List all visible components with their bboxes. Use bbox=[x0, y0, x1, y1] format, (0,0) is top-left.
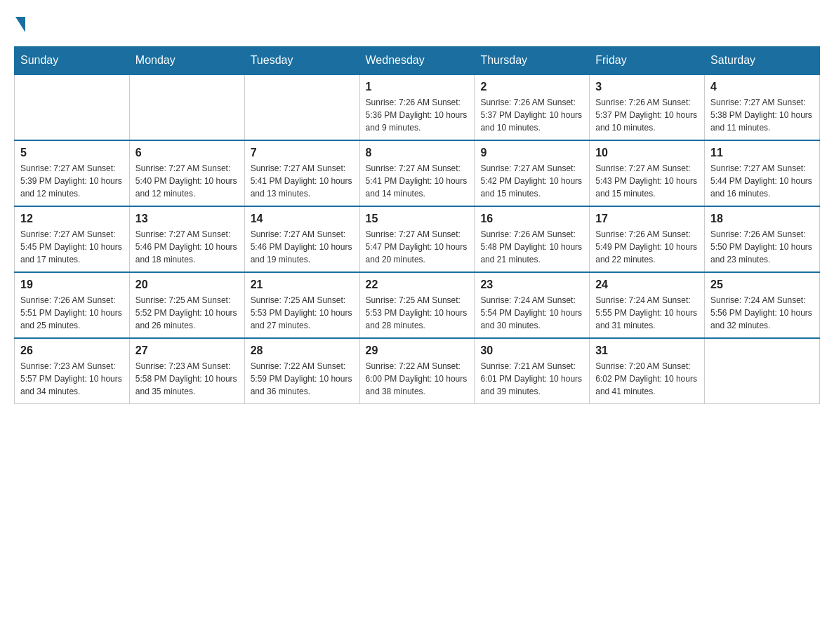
calendar-cell: 14Sunrise: 7:27 AM Sunset: 5:46 PM Dayli… bbox=[244, 206, 359, 272]
day-info: Sunrise: 7:26 AM Sunset: 5:37 PM Dayligh… bbox=[480, 96, 583, 134]
day-number: 17 bbox=[595, 213, 699, 225]
calendar-cell bbox=[15, 74, 130, 140]
day-number: 11 bbox=[710, 147, 814, 159]
column-header-friday: Friday bbox=[590, 47, 705, 75]
calendar-cell: 25Sunrise: 7:24 AM Sunset: 5:56 PM Dayli… bbox=[705, 272, 820, 338]
day-number: 7 bbox=[251, 147, 354, 159]
day-number: 18 bbox=[710, 213, 814, 225]
day-info: Sunrise: 7:25 AM Sunset: 5:52 PM Dayligh… bbox=[135, 294, 239, 332]
day-number: 29 bbox=[366, 344, 469, 357]
calendar-cell: 31Sunrise: 7:20 AM Sunset: 6:02 PM Dayli… bbox=[590, 338, 705, 404]
day-info: Sunrise: 7:26 AM Sunset: 5:51 PM Dayligh… bbox=[20, 294, 124, 332]
day-info: Sunrise: 7:24 AM Sunset: 5:56 PM Dayligh… bbox=[710, 294, 814, 332]
calendar-cell: 3Sunrise: 7:26 AM Sunset: 5:37 PM Daylig… bbox=[590, 74, 705, 140]
calendar-cell: 2Sunrise: 7:26 AM Sunset: 5:37 PM Daylig… bbox=[475, 74, 590, 140]
day-info: Sunrise: 7:22 AM Sunset: 5:59 PM Dayligh… bbox=[251, 360, 354, 398]
day-number: 27 bbox=[135, 344, 239, 357]
calendar-cell: 11Sunrise: 7:27 AM Sunset: 5:44 PM Dayli… bbox=[705, 140, 820, 206]
calendar-cell: 28Sunrise: 7:22 AM Sunset: 5:59 PM Dayli… bbox=[244, 338, 359, 404]
day-number: 19 bbox=[20, 279, 124, 291]
day-info: Sunrise: 7:26 AM Sunset: 5:48 PM Dayligh… bbox=[480, 228, 583, 266]
calendar-cell bbox=[244, 74, 359, 140]
calendar-cell: 6Sunrise: 7:27 AM Sunset: 5:40 PM Daylig… bbox=[129, 140, 244, 206]
calendar-cell: 8Sunrise: 7:27 AM Sunset: 5:41 PM Daylig… bbox=[359, 140, 475, 206]
calendar-cell bbox=[129, 74, 244, 140]
day-number: 20 bbox=[135, 279, 239, 291]
day-info: Sunrise: 7:25 AM Sunset: 5:53 PM Dayligh… bbox=[251, 294, 354, 332]
calendar-cell: 15Sunrise: 7:27 AM Sunset: 5:47 PM Dayli… bbox=[359, 206, 475, 272]
day-info: Sunrise: 7:27 AM Sunset: 5:40 PM Dayligh… bbox=[135, 162, 239, 200]
calendar-cell: 16Sunrise: 7:26 AM Sunset: 5:48 PM Dayli… bbox=[475, 206, 590, 272]
day-info: Sunrise: 7:27 AM Sunset: 5:45 PM Dayligh… bbox=[20, 228, 124, 266]
day-info: Sunrise: 7:27 AM Sunset: 5:41 PM Dayligh… bbox=[366, 162, 469, 200]
column-header-sunday: Sunday bbox=[15, 47, 130, 75]
column-header-saturday: Saturday bbox=[705, 47, 820, 75]
column-header-tuesday: Tuesday bbox=[244, 47, 359, 75]
day-number: 16 bbox=[480, 213, 583, 225]
day-info: Sunrise: 7:27 AM Sunset: 5:39 PM Dayligh… bbox=[20, 162, 124, 200]
day-number: 30 bbox=[480, 344, 583, 357]
day-number: 13 bbox=[135, 213, 239, 225]
calendar-table: SundayMondayTuesdayWednesdayThursdayFrid… bbox=[14, 46, 820, 404]
day-number: 14 bbox=[251, 213, 354, 225]
day-info: Sunrise: 7:23 AM Sunset: 5:58 PM Dayligh… bbox=[135, 360, 239, 398]
calendar-cell: 17Sunrise: 7:26 AM Sunset: 5:49 PM Dayli… bbox=[590, 206, 705, 272]
day-info: Sunrise: 7:27 AM Sunset: 5:44 PM Dayligh… bbox=[710, 162, 814, 200]
calendar-cell: 29Sunrise: 7:22 AM Sunset: 6:00 PM Dayli… bbox=[359, 338, 475, 404]
day-info: Sunrise: 7:27 AM Sunset: 5:38 PM Dayligh… bbox=[710, 96, 814, 134]
day-number: 26 bbox=[20, 344, 124, 357]
calendar-cell: 13Sunrise: 7:27 AM Sunset: 5:46 PM Dayli… bbox=[129, 206, 244, 272]
day-number: 2 bbox=[480, 81, 583, 93]
day-number: 23 bbox=[480, 279, 583, 291]
day-number: 10 bbox=[595, 147, 699, 159]
day-number: 24 bbox=[595, 279, 699, 291]
day-number: 3 bbox=[595, 81, 699, 93]
column-header-monday: Monday bbox=[129, 47, 244, 75]
calendar-cell: 20Sunrise: 7:25 AM Sunset: 5:52 PM Dayli… bbox=[129, 272, 244, 338]
calendar-cell: 19Sunrise: 7:26 AM Sunset: 5:51 PM Dayli… bbox=[15, 272, 130, 338]
calendar-cell: 1Sunrise: 7:26 AM Sunset: 5:36 PM Daylig… bbox=[359, 74, 475, 140]
day-number: 1 bbox=[366, 81, 469, 93]
calendar-cell: 24Sunrise: 7:24 AM Sunset: 5:55 PM Dayli… bbox=[590, 272, 705, 338]
day-info: Sunrise: 7:24 AM Sunset: 5:55 PM Dayligh… bbox=[595, 294, 699, 332]
week-row-2: 5Sunrise: 7:27 AM Sunset: 5:39 PM Daylig… bbox=[15, 140, 820, 206]
day-info: Sunrise: 7:24 AM Sunset: 5:54 PM Dayligh… bbox=[480, 294, 583, 332]
calendar-header-row: SundayMondayTuesdayWednesdayThursdayFrid… bbox=[15, 47, 820, 75]
day-info: Sunrise: 7:27 AM Sunset: 5:42 PM Dayligh… bbox=[480, 162, 583, 200]
day-number: 22 bbox=[366, 279, 469, 291]
calendar-cell: 5Sunrise: 7:27 AM Sunset: 5:39 PM Daylig… bbox=[15, 140, 130, 206]
calendar-cell: 30Sunrise: 7:21 AM Sunset: 6:01 PM Dayli… bbox=[475, 338, 590, 404]
calendar-cell: 27Sunrise: 7:23 AM Sunset: 5:58 PM Dayli… bbox=[129, 338, 244, 404]
calendar-cell: 12Sunrise: 7:27 AM Sunset: 5:45 PM Dayli… bbox=[15, 206, 130, 272]
logo bbox=[14, 14, 25, 32]
page-header bbox=[14, 14, 820, 32]
calendar-cell: 7Sunrise: 7:27 AM Sunset: 5:41 PM Daylig… bbox=[244, 140, 359, 206]
column-header-wednesday: Wednesday bbox=[359, 47, 475, 75]
day-info: Sunrise: 7:26 AM Sunset: 5:50 PM Dayligh… bbox=[710, 228, 814, 266]
day-number: 21 bbox=[251, 279, 354, 291]
calendar-cell: 4Sunrise: 7:27 AM Sunset: 5:38 PM Daylig… bbox=[705, 74, 820, 140]
day-number: 8 bbox=[366, 147, 469, 159]
day-number: 6 bbox=[135, 147, 239, 159]
day-number: 5 bbox=[20, 147, 124, 159]
calendar-cell: 26Sunrise: 7:23 AM Sunset: 5:57 PM Dayli… bbox=[15, 338, 130, 404]
day-info: Sunrise: 7:27 AM Sunset: 5:46 PM Dayligh… bbox=[135, 228, 239, 266]
day-info: Sunrise: 7:27 AM Sunset: 5:47 PM Dayligh… bbox=[366, 228, 469, 266]
calendar-cell: 21Sunrise: 7:25 AM Sunset: 5:53 PM Dayli… bbox=[244, 272, 359, 338]
day-info: Sunrise: 7:23 AM Sunset: 5:57 PM Dayligh… bbox=[20, 360, 124, 398]
calendar-cell: 22Sunrise: 7:25 AM Sunset: 5:53 PM Dayli… bbox=[359, 272, 475, 338]
day-number: 31 bbox=[595, 344, 699, 357]
calendar-cell: 10Sunrise: 7:27 AM Sunset: 5:43 PM Dayli… bbox=[590, 140, 705, 206]
week-row-3: 12Sunrise: 7:27 AM Sunset: 5:45 PM Dayli… bbox=[15, 206, 820, 272]
week-row-5: 26Sunrise: 7:23 AM Sunset: 5:57 PM Dayli… bbox=[15, 338, 820, 404]
calendar-cell bbox=[705, 338, 820, 404]
day-info: Sunrise: 7:21 AM Sunset: 6:01 PM Dayligh… bbox=[480, 360, 583, 398]
calendar-cell: 9Sunrise: 7:27 AM Sunset: 5:42 PM Daylig… bbox=[475, 140, 590, 206]
day-number: 15 bbox=[366, 213, 469, 225]
day-info: Sunrise: 7:26 AM Sunset: 5:37 PM Dayligh… bbox=[595, 96, 699, 134]
logo-triangle-icon bbox=[15, 17, 25, 32]
calendar-cell: 18Sunrise: 7:26 AM Sunset: 5:50 PM Dayli… bbox=[705, 206, 820, 272]
week-row-4: 19Sunrise: 7:26 AM Sunset: 5:51 PM Dayli… bbox=[15, 272, 820, 338]
day-info: Sunrise: 7:27 AM Sunset: 5:41 PM Dayligh… bbox=[251, 162, 354, 200]
day-info: Sunrise: 7:20 AM Sunset: 6:02 PM Dayligh… bbox=[595, 360, 699, 398]
